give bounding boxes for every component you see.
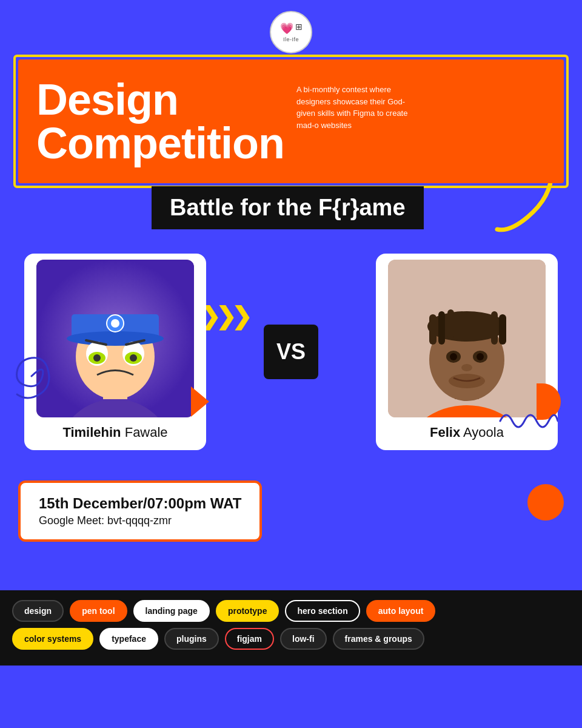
- squiggle-decoration: [497, 406, 558, 439]
- contestant-name-2: Felix Ayoola: [430, 425, 504, 444]
- contestant-card-1: Timilehin Fawale: [24, 254, 206, 450]
- svg-point-10: [67, 331, 164, 346]
- svg-rect-29: [491, 311, 498, 345]
- svg-point-16: [130, 354, 137, 362]
- header: 💗⊞ Ile-Ife: [0, 0, 582, 59]
- tag-landing-page[interactable]: landing page: [133, 600, 210, 622]
- tag-design[interactable]: design: [12, 600, 64, 622]
- svg-point-15: [93, 354, 101, 362]
- contestant-avatar-2: [388, 260, 546, 417]
- tag-plugins[interactable]: plugins: [164, 628, 219, 650]
- chevrons-decoration: ❯❯❯: [200, 302, 247, 330]
- tag-hero-section[interactable]: hero section: [285, 600, 360, 622]
- svg-rect-28: [447, 309, 454, 340]
- banner-title: Design Competition: [36, 78, 284, 165]
- contestant-name-1: Timilehin Fawale: [62, 425, 167, 444]
- contestant-avatar-1: [36, 260, 194, 417]
- svg-rect-30: [499, 314, 506, 345]
- date-box: 15th December/07:00pm WAT Google Meet: b…: [18, 480, 262, 542]
- logo: 💗⊞ Ile-Ife: [270, 11, 312, 53]
- logo-icons: 💗⊞: [280, 22, 303, 35]
- orange-banner: Design Competition A bi-monthly contest …: [18, 59, 564, 183]
- tag-pen-tool[interactable]: pen tool: [70, 600, 127, 622]
- corner-decoration-1: [191, 386, 209, 417]
- date-section: 15th December/07:00pm WAT Google Meet: b…: [18, 468, 564, 554]
- spiral-decoration: [12, 351, 48, 399]
- vs-badge: VS: [264, 325, 318, 379]
- meet-text: Google Meet: bvt-qqqq-zmr: [39, 514, 241, 527]
- logo-text: Ile-Ife: [283, 36, 299, 42]
- svg-point-33: [450, 353, 457, 360]
- tag-frames-groups[interactable]: frames & groups: [333, 628, 424, 650]
- tag-low-fi[interactable]: low-fi: [280, 628, 327, 650]
- tag-color-systems[interactable]: color systems: [12, 628, 93, 650]
- tag-figjam[interactable]: figjam: [225, 628, 274, 650]
- svg-rect-27: [438, 311, 445, 345]
- svg-point-36: [449, 374, 485, 388]
- svg-point-34: [477, 353, 484, 360]
- battle-banner: Battle for the F{r}ame: [152, 186, 424, 229]
- tag-auto-layout[interactable]: auto layout: [366, 600, 436, 622]
- banner-description: A bi-monthly contest where designers sho…: [296, 78, 418, 131]
- tags-section: design pen tool landing page prototype h…: [0, 590, 582, 666]
- tag-prototype[interactable]: prototype: [216, 600, 279, 622]
- versus-section: Timilehin Fawale VS: [18, 241, 564, 462]
- svg-rect-26: [429, 314, 436, 345]
- banner-title-block: Design Competition: [36, 78, 284, 165]
- main-content: 🤩 ✳️ Design Competition A bi-monthly con…: [0, 59, 582, 578]
- svg-point-20: [111, 319, 119, 328]
- svg-point-35: [461, 364, 472, 371]
- tags-row-2: color systems typeface plugins figjam lo…: [12, 628, 570, 650]
- orange-circle-decoration: [527, 484, 564, 521]
- tag-typeface[interactable]: typeface: [99, 628, 158, 650]
- date-text: 15th December/07:00pm WAT: [39, 495, 241, 512]
- banner-container: Design Competition A bi-monthly contest …: [18, 59, 564, 183]
- tags-row-1: design pen tool landing page prototype h…: [12, 600, 570, 622]
